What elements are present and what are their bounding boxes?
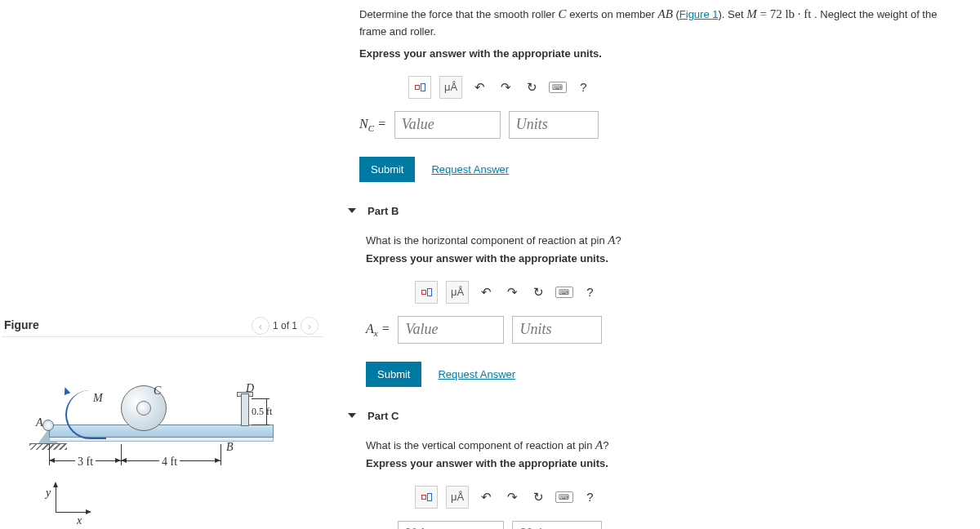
answer-symbol-ax: Ax = [366,322,390,338]
label-B: B [226,441,234,454]
figure-link[interactable]: Figure 1 [679,8,719,20]
dim-05ft: 0.5 ft [252,406,272,418]
answer-toolbar-a: μÅ ↶ ↷ ↻ ⌨ ? [408,76,593,99]
undo-icon[interactable]: ↶ [470,78,488,96]
units-prompt-a: Express your answer with the appropriate… [359,47,964,60]
answer-toolbar-b: μÅ ↶ ↷ ↻ ⌨ ? [415,281,599,304]
submit-button-b[interactable]: Submit [366,362,421,387]
figure-next[interactable]: › [301,317,318,335]
label-M: M [93,392,103,405]
part-b-question: What is the horizontal component of reac… [366,233,964,247]
chevron-down-icon [348,413,356,418]
help-icon[interactable]: ? [575,78,593,96]
reset-icon[interactable]: ↻ [529,488,547,506]
label-C: C [154,385,161,398]
figure-nav: ‹ 1 of 1 › [252,317,318,335]
units-input-c[interactable] [512,521,602,529]
help-icon[interactable]: ? [581,283,599,301]
symbols-icon[interactable]: μÅ [446,281,469,304]
axis-x-label: x [77,514,82,527]
redo-icon[interactable]: ↷ [503,488,521,506]
part-c-question: What is the vertical component of reacti… [366,438,964,452]
units-input-b[interactable] [512,316,602,344]
keyboard-icon[interactable]: ⌨ [555,287,573,298]
value-input-b[interactable] [398,316,504,344]
units-prompt-c: Express your answer with the appropriate… [366,457,964,469]
label-D: D [246,382,254,395]
answer-symbol-nc: NC = [359,117,386,133]
keyboard-icon[interactable]: ⌨ [555,491,573,503]
undo-icon[interactable]: ↶ [477,488,495,506]
symbols-icon[interactable]: μÅ [446,486,469,509]
symbols-icon[interactable]: μÅ [439,76,462,99]
dim-3ft: 3 ft [75,456,96,469]
figure-prev[interactable]: ‹ [252,317,270,335]
figure-heading: Figure [4,318,39,331]
label-A: A [36,416,43,429]
reset-icon[interactable]: ↻ [529,283,547,301]
redo-icon[interactable]: ↷ [503,283,521,301]
request-answer-a[interactable]: Request Answer [431,163,509,176]
problem-statement: Determine the force that the smooth roll… [359,4,964,41]
templates-icon[interactable] [415,281,438,304]
units-prompt-b: Express your answer with the appropriate… [366,252,964,264]
units-input-a[interactable] [509,111,599,139]
value-input-a[interactable] [394,111,501,139]
dim-4ft: 4 ft [159,456,180,469]
submit-button-a[interactable]: Submit [359,157,415,182]
keyboard-icon[interactable]: ⌨ [549,82,567,93]
figure-counter: 1 of 1 [273,320,297,331]
undo-icon[interactable]: ↶ [477,283,495,301]
axis-y-label: y [46,487,51,500]
answer-toolbar-c: μÅ ↶ ↷ ↻ ⌨ ? [415,486,599,509]
value-input-c[interactable] [398,521,504,529]
divider [2,336,323,337]
part-c-header[interactable]: Part C [348,410,964,422]
redo-icon[interactable]: ↷ [497,78,514,96]
help-icon[interactable]: ? [581,488,599,506]
templates-icon[interactable] [408,76,431,99]
chevron-down-icon [348,208,356,213]
templates-icon[interactable] [415,486,438,509]
request-answer-b[interactable]: Request Answer [438,368,515,380]
figure-diagram: M A B C D 3 ft 4 ft 0.5 ft [24,359,310,522]
reset-icon[interactable]: ↻ [523,78,541,96]
part-b-header[interactable]: Part B [348,205,964,217]
answer-row-a: NC = [359,111,964,139]
